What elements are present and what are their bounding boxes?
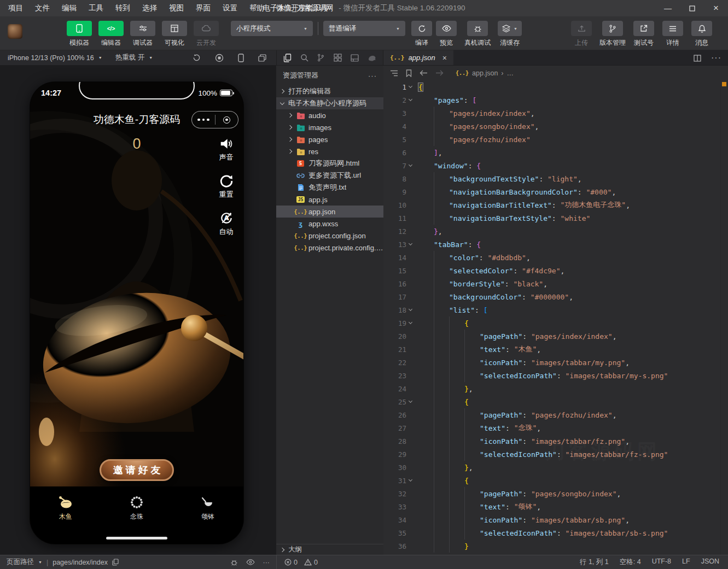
code-line[interactable]: 32"pagePath": "pages/songbo/index", <box>383 487 720 500</box>
phone-preview[interactable]: 14:27 100% 功德木鱼-刀客源码 0 声音 <box>30 82 243 544</box>
outline-list-icon[interactable] <box>390 70 398 77</box>
close-button[interactable]: × <box>704 0 728 16</box>
search-icon[interactable] <box>300 54 308 62</box>
compile-button[interactable]: 编译 <box>411 21 433 48</box>
source-control-icon[interactable] <box>317 54 324 62</box>
more-menu-button[interactable] <box>192 119 215 121</box>
menu-item[interactable]: 选择 <box>136 0 163 16</box>
upload-button[interactable]: 上传 <box>570 21 592 48</box>
code-line[interactable]: 33"text": "颂钵", <box>383 500 720 513</box>
tree-item[interactable]: 电子木鱼静心小程序源码 <box>276 97 383 109</box>
avatar[interactable] <box>8 24 22 39</box>
code-line[interactable]: 7"window": { <box>383 159 720 172</box>
code-line[interactable]: 4"pages/songbo/index", <box>383 120 720 133</box>
status-item[interactable]: 空格: 4 <box>620 558 641 567</box>
code-line[interactable]: 6], <box>383 146 720 159</box>
reset-button[interactable]: 重置 <box>219 174 234 200</box>
editor-toggle[interactable]: </> 编辑器 <box>97 21 125 48</box>
code-line[interactable]: 35"selectedIconPath": "images/tabbar/sb-… <box>383 526 720 539</box>
clear-cache-button[interactable]: ▼ 清缓存 <box>498 21 522 48</box>
compile-mode-select[interactable]: 普通编译 ▼ <box>323 21 405 36</box>
tree-item[interactable]: JSapp.js <box>276 193 383 206</box>
tree-item[interactable]: 5刀客源码网.html <box>276 157 383 169</box>
copy-icon[interactable] <box>112 559 119 566</box>
code-line[interactable]: 18"list": [ <box>383 303 720 316</box>
simulator-toggle[interactable]: 模拟器 <box>66 21 93 48</box>
preview-button[interactable]: 预览 <box>435 21 457 48</box>
tree-item[interactable]: {..}app.json <box>276 206 383 218</box>
editor-scrollbar[interactable] <box>720 80 728 555</box>
test-account-button[interactable]: 测试号 <box>633 21 655 48</box>
tree-item[interactable]: 更多资源下载.url <box>276 169 383 181</box>
code-line[interactable]: 16"borderStyle": "black", <box>383 277 720 290</box>
tree-item[interactable]: pages <box>276 133 383 145</box>
status-item[interactable]: 行 1, 列 1 <box>580 558 609 567</box>
menu-item[interactable]: 文件 <box>29 0 56 16</box>
mode-select[interactable]: 小程序模式 ▼ <box>231 21 313 36</box>
code-line[interactable]: 13"tabBar": { <box>383 238 720 251</box>
code-line[interactable]: 11"navigationBarTextStyle": "white" <box>383 212 720 225</box>
device-selector[interactable]: iPhone 12/13 (Pro) 100% 16 ▼ <box>8 54 102 62</box>
code-line[interactable]: 34"iconPath": "images/tabbar/sb.png", <box>383 513 720 526</box>
fold-icon[interactable] <box>406 480 418 481</box>
invite-friends-button[interactable]: 邀请好友 <box>100 459 174 481</box>
code-line[interactable]: 1{ <box>383 80 720 93</box>
more-actions-icon[interactable]: ··· <box>368 72 377 80</box>
fold-icon[interactable] <box>406 99 418 101</box>
tree-item[interactable]: ʒapp.wxss <box>276 218 383 230</box>
more-actions-icon[interactable]: ··· <box>263 559 270 566</box>
close-miniprogram-button[interactable] <box>216 116 238 124</box>
code-line[interactable]: 36} <box>383 539 720 553</box>
visualization-toggle[interactable]: 可视化 <box>161 21 188 48</box>
breadcrumb-file[interactable]: app.json <box>472 69 498 77</box>
details-button[interactable]: 详情 <box>662 21 684 48</box>
files-icon[interactable] <box>283 54 292 62</box>
plugin-icon[interactable] <box>368 54 376 61</box>
code-line[interactable]: 31{ <box>383 474 720 487</box>
fold-icon[interactable] <box>406 165 418 166</box>
tree-item[interactable]: images <box>276 121 383 133</box>
fold-icon[interactable] <box>406 401 418 402</box>
sound-button[interactable]: 声音 <box>219 137 234 162</box>
code-line[interactable]: 26"pagePath": "pages/fozhu/index", <box>383 408 720 421</box>
tab-bowl[interactable]: 颂钵 <box>172 486 243 544</box>
fold-icon[interactable] <box>406 322 418 324</box>
menu-item[interactable]: 编辑 <box>56 0 83 16</box>
code-line[interactable]: 23"selectedIconPath": "images/tabbar/my-… <box>383 369 720 382</box>
breadcrumb-more[interactable]: … <box>507 69 514 77</box>
outline-section[interactable]: 大纲 <box>276 544 383 555</box>
page-path-label[interactable]: 页面路径 <box>7 558 34 567</box>
cloud-dev-toggle[interactable]: 云开发 <box>193 21 220 48</box>
code-line[interactable]: 25{ <box>383 395 720 408</box>
menu-item[interactable]: 视图 <box>163 0 190 16</box>
hot-reload-toggle[interactable]: 热重载 开 ▼ <box>115 53 153 62</box>
messages-button[interactable]: 消息 <box>691 21 713 48</box>
back-icon[interactable] <box>420 70 428 76</box>
minimize-button[interactable]: — <box>656 0 680 16</box>
bug-icon[interactable] <box>230 559 238 566</box>
status-item[interactable]: UTF-8 <box>652 558 671 567</box>
code-line[interactable]: 17"backgroundColor": "#000000", <box>383 290 720 303</box>
tab-beads[interactable]: 念珠 <box>101 486 172 544</box>
tab-app-json[interactable]: {..} app.json × <box>383 50 453 65</box>
menu-item[interactable]: 设置 <box>217 0 243 16</box>
tree-item[interactable]: 免责声明.txt <box>276 181 383 193</box>
code-editor[interactable]: 1{2"pages": [3"pages/index/index",4"page… <box>383 80 720 555</box>
tree-item[interactable]: {..}project.private.config.js... <box>276 242 383 254</box>
panel-layout-icon[interactable] <box>351 54 359 62</box>
debugger-toggle[interactable]: 调试器 <box>129 21 156 48</box>
menu-item[interactable]: 工具 <box>83 0 109 16</box>
fold-icon[interactable] <box>406 86 418 87</box>
code-line[interactable]: 15"selectedColor": "#f4dc9e", <box>383 264 720 277</box>
split-editor-icon[interactable] <box>694 55 701 62</box>
maximize-button[interactable] <box>680 0 704 16</box>
code-line[interactable]: 5"pages/fozhu/index" <box>383 133 720 146</box>
code-line[interactable]: 21"text": "木鱼", <box>383 343 720 356</box>
fold-icon[interactable] <box>406 309 418 310</box>
code-line[interactable]: 8"backgroundTextStyle": "light", <box>383 172 720 185</box>
tree-item[interactable]: {..}project.config.json <box>276 230 383 242</box>
forward-icon[interactable] <box>435 70 444 76</box>
multi-window-icon[interactable] <box>258 54 266 62</box>
more-actions-icon[interactable]: ··· <box>711 53 721 63</box>
code-line[interactable]: 27"text": "念珠", <box>383 421 720 435</box>
